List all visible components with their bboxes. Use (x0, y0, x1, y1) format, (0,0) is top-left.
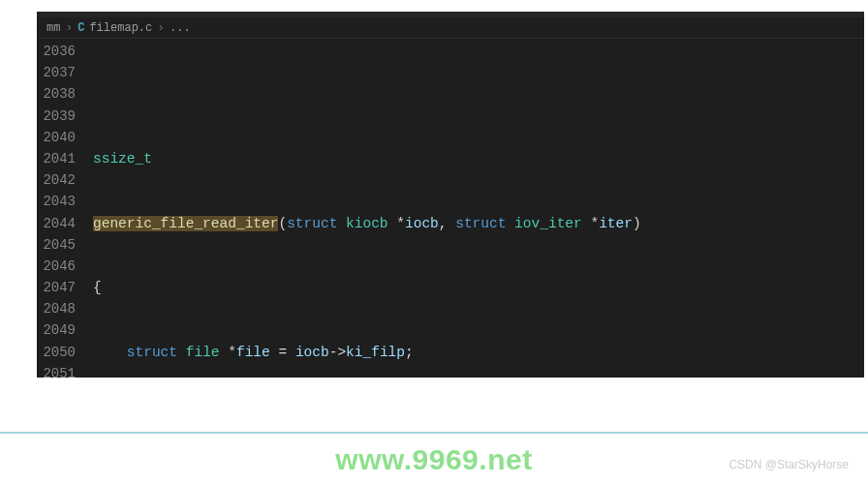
code-content[interactable]: ssize_t generic_file_read_iter(struct ki… (93, 39, 864, 378)
breadcrumb[interactable]: mm › C filemap.c › ... (37, 17, 864, 39)
line-number: 2049 (37, 319, 76, 341)
line-number: 2040 (37, 127, 76, 148)
breadcrumb-folder[interactable]: mm (46, 21, 60, 35)
line-number: 2051 (37, 363, 76, 378)
editor-window: mm › C filemap.c › ... 20362037203820392… (37, 12, 864, 378)
line-number: 2038 (37, 83, 76, 105)
code-area[interactable]: 2036203720382039204020412042204320442045… (37, 39, 864, 378)
chevron-right-icon: › (157, 20, 165, 35)
line-number: 2042 (37, 169, 76, 191)
chevron-right-icon: › (65, 20, 73, 35)
line-number: 2048 (37, 298, 76, 319)
code-line[interactable]: ssize_t (93, 148, 864, 169)
line-number: 2043 (37, 191, 76, 212)
line-number: 2047 (37, 277, 76, 298)
code-line[interactable]: struct file *file = iocb->ki_filp; (93, 342, 864, 363)
code-line[interactable] (93, 83, 864, 105)
attribution-text: CSDN @StarSkyHorse (728, 458, 849, 471)
breadcrumb-more[interactable]: ... (170, 21, 191, 35)
line-number: 2041 (37, 148, 76, 169)
code-line[interactable]: generic_file_read_iter(struct kiocb *ioc… (93, 213, 864, 234)
line-number-gutter: 2036203720382039204020412042204320442045… (37, 39, 93, 378)
code-line[interactable]: { (93, 277, 864, 298)
line-number: 2039 (37, 106, 76, 127)
line-number: 2044 (37, 213, 76, 234)
line-number: 2036 (37, 41, 76, 62)
footer: www.9969.net CSDN @StarSkyHorse (0, 405, 868, 484)
highlighted-function: generic_file_read_iter (93, 216, 278, 231)
line-number: 2046 (37, 256, 76, 277)
divider-line (0, 432, 868, 434)
line-number: 2037 (37, 62, 76, 83)
line-number: 2050 (37, 342, 76, 363)
line-number: 2045 (37, 234, 76, 256)
c-lang-icon: C (78, 21, 84, 35)
breadcrumb-file[interactable]: filemap.c (89, 21, 152, 35)
